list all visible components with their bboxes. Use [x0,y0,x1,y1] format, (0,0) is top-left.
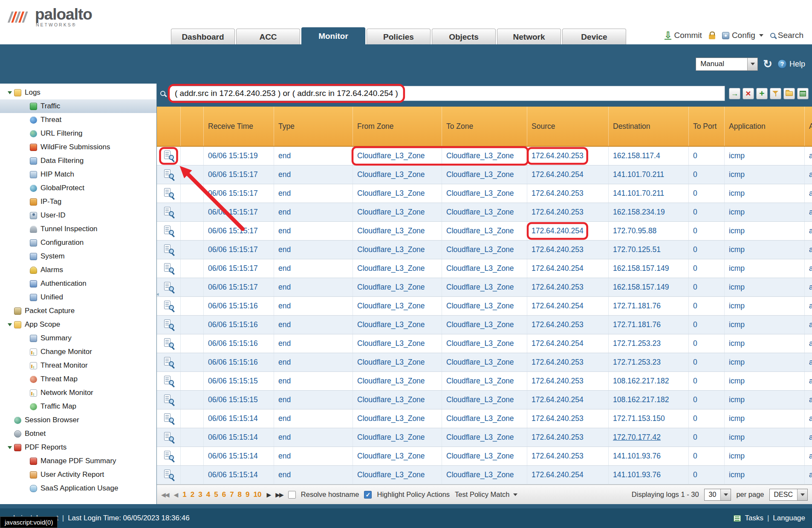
tab-objects[interactable]: Objects [432,29,496,44]
cell-receive_time[interactable]: 06/06 15:15:17 [204,203,274,221]
page-2[interactable]: 2 [191,490,194,499]
cell-from_zone[interactable]: Cloudflare_L3_Zone [353,447,442,465]
log-detail-icon[interactable] [164,188,174,199]
cell-to_zone[interactable]: Cloudflare_L3_Zone [442,147,527,165]
sidebar-item-app-scope[interactable]: App Scope [0,318,156,331]
cell-to_zone[interactable]: Cloudflare_L3_Zone [442,222,527,240]
log-detail-icon[interactable] [164,281,174,293]
cell-source[interactable]: 172.64.240.253 [527,203,609,221]
cell-from_zone[interactable]: Cloudflare_L3_Zone [353,409,442,428]
save-filter-button[interactable] [770,88,781,99]
sidebar-item-pdf-reports[interactable]: PDF Reports [0,441,156,454]
cell-from_zone[interactable]: Cloudflare_L3_Zone [353,222,442,240]
cell-to_zone[interactable]: Cloudflare_L3_Zone [442,409,527,428]
cell-source[interactable]: 172.64.240.254 [527,466,609,484]
expander-icon[interactable] [5,446,14,449]
cell-source[interactable]: 172.64.240.253 [527,372,609,390]
column-header-source[interactable]: Source [527,107,609,146]
page-size-select[interactable]: 30 [704,489,731,501]
filter-query-input[interactable]: ( addr.src in 172.64.240.253 ) or ( addr… [169,86,725,101]
log-row[interactable]: 06/06 15:15:19endCloudflare_L3_ZoneCloud… [157,147,812,165]
log-row[interactable]: 06/06 15:15:17endCloudflare_L3_ZoneCloud… [157,278,812,297]
column-header-to_port[interactable]: To Port [689,107,725,146]
load-filter-button[interactable] [783,88,795,99]
cell-destination[interactable]: 172.71.181.76 [609,316,689,334]
log-detail-icon[interactable] [164,375,174,387]
cell-action[interactable]: al [805,278,812,296]
log-detail-icon[interactable] [164,169,174,180]
log-row[interactable]: 06/06 15:15:17endCloudflare_L3_ZoneCloud… [157,203,812,222]
cell-action[interactable]: al [805,316,812,334]
cell-destination[interactable]: 162.158.157.149 [609,259,689,278]
log-detail-icon[interactable] [164,450,174,462]
cell-destination[interactable]: 162.158.157.149 [609,278,689,296]
cell-destination[interactable]: 141.101.93.76 [609,466,689,484]
cell-action[interactable]: al [805,297,812,315]
sidebar-item-system[interactable]: System [0,249,156,263]
sidebar-item-network-monitor[interactable]: Network Monitor [0,386,156,400]
cell-source[interactable]: 172.64.240.253 [527,241,609,259]
tab-monitor[interactable]: Monitor [301,27,365,44]
cell-action[interactable]: al [805,466,812,484]
cell-to_zone[interactable]: Cloudflare_L3_Zone [442,297,527,315]
cell-type[interactable]: end [274,353,353,371]
cell-from_zone[interactable]: Cloudflare_L3_Zone [353,184,442,203]
cell-source[interactable]: 172.64.240.253 [527,447,609,465]
cell-destination[interactable]: 172.70.125.51 [609,241,689,259]
cell-action[interactable]: al [805,409,812,428]
cell-application[interactable]: icmp [725,147,805,165]
tasks-button[interactable]: Tasks [745,514,763,522]
cell-from_zone[interactable]: Cloudflare_L3_Zone [353,278,442,296]
column-header-to_zone[interactable]: To Zone [442,107,527,146]
test-policy-match-dropdown[interactable]: Test Policy Match [455,490,517,499]
sidebar-item-alarms[interactable]: Alarms [0,263,156,277]
log-row[interactable]: 06/06 15:15:17endCloudflare_L3_ZoneCloud… [157,259,812,278]
cell-destination[interactable]: 172.71.253.23 [609,353,689,371]
log-row[interactable]: 06/06 15:15:14endCloudflare_L3_ZoneCloud… [157,447,812,466]
cell-to_port[interactable]: 0 [689,278,725,296]
cell-to_port[interactable]: 0 [689,165,725,184]
log-detail-icon[interactable] [164,150,174,162]
cell-source[interactable]: 172.64.240.253 [527,409,609,428]
log-detail-icon[interactable] [164,357,174,368]
cell-receive_time[interactable]: 06/06 15:15:16 [204,353,274,371]
sidebar-item-wildfire-submissions[interactable]: WildFire Submissions [0,140,156,154]
sort-order-select[interactable]: DESC [769,489,808,501]
cell-to_zone[interactable]: Cloudflare_L3_Zone [442,241,527,259]
sidebar-item-hip-match[interactable]: HIP Match [0,168,156,181]
cell-action[interactable]: al [805,428,812,447]
cell-source[interactable]: 172.64.240.254 [527,165,609,184]
cell-application[interactable]: icmp [725,316,805,334]
cell-destination[interactable]: 141.101.70.211 [609,184,689,203]
cell-from_zone[interactable]: Cloudflare_L3_Zone [353,203,442,221]
cell-action[interactable]: al [805,203,812,221]
cell-type[interactable]: end [274,334,353,353]
cell-application[interactable]: icmp [725,241,805,259]
page-5[interactable]: 5 [214,490,218,499]
cell-receive_time[interactable]: 06/06 15:15:16 [204,316,274,334]
clear-filter-button[interactable]: × [743,88,754,99]
log-detail-icon[interactable] [164,263,174,274]
cell-destination[interactable]: 172.71.181.76 [609,297,689,315]
cell-source[interactable]: 172.64.240.253 [527,278,609,296]
cell-application[interactable]: icmp [725,297,805,315]
cell-type[interactable]: end [274,259,353,278]
log-row[interactable]: 06/06 15:15:17endCloudflare_L3_ZoneCloud… [157,241,812,259]
cell-to_zone[interactable]: Cloudflare_L3_Zone [442,316,527,334]
cell-from_zone[interactable]: Cloudflare_L3_Zone [353,334,442,353]
cell-from_zone[interactable]: Cloudflare_L3_Zone [353,316,442,334]
sidebar-item-traffic[interactable]: Traffic [0,99,156,113]
cell-from_zone[interactable]: Cloudflare_L3_Zone [353,147,442,165]
cell-source[interactable]: 172.64.240.254 [527,259,609,278]
cell-to_zone[interactable]: Cloudflare_L3_Zone [442,203,527,221]
expander-icon[interactable] [5,323,14,326]
cell-to_port[interactable]: 0 [689,222,725,240]
cell-action[interactable]: al [805,147,812,165]
cell-destination[interactable]: 172.70.177.42 [609,428,689,447]
export-button[interactable] [797,88,809,99]
cell-to_zone[interactable]: Cloudflare_L3_Zone [442,334,527,353]
cell-type[interactable]: end [274,203,353,221]
sidebar-item-threat-monitor[interactable]: Threat Monitor [0,359,156,372]
cell-to_port[interactable]: 0 [689,353,725,371]
config-menu[interactable]: Config [722,31,763,40]
